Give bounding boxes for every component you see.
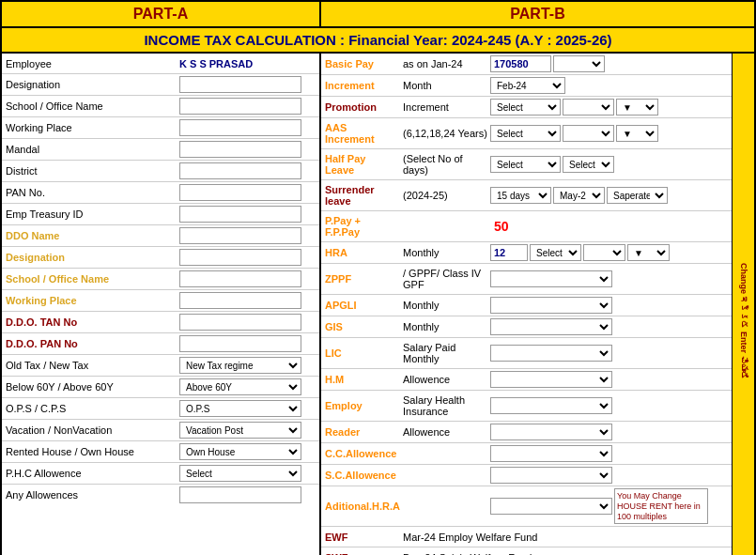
working-place-input[interactable] (179, 119, 301, 136)
employee-value: K S S PRASAD (176, 56, 319, 71)
apgli-label: APGLI (321, 298, 401, 313)
phc-dropdown[interactable]: Select PHC (179, 465, 301, 482)
vacation-dropdown[interactable]: Vacation Post Non Vacation Post (179, 422, 301, 439)
ddo-tan-input[interactable] (179, 314, 301, 331)
zppf-label: ZPPF (321, 271, 401, 286)
ewf-label: EWF (321, 530, 401, 545)
vacation-label: Vacation / NonVacation (2, 423, 176, 438)
hra-dropdown2[interactable] (583, 244, 625, 261)
part-b-header: PART-B (321, 2, 754, 26)
school-office-label: School / Office Name (2, 99, 176, 114)
lic-sublabel: Salary Paid Monthly (401, 340, 490, 366)
promotion-dropdown3[interactable]: ▼ (616, 99, 658, 116)
ddo-pan-input[interactable] (179, 335, 301, 352)
treasury-id-label: Emp Treasury ID (2, 207, 176, 222)
ddo-designation-input[interactable] (179, 249, 301, 266)
promotion-dropdown2[interactable] (563, 99, 614, 116)
promotion-dropdown1[interactable]: Select (490, 99, 561, 116)
half-pay-dropdown1[interactable]: Select (490, 156, 561, 173)
any-allowances-input[interactable] (179, 486, 301, 503)
ddo-designation-label: Designation (2, 250, 176, 265)
hm-label: H.M (321, 372, 401, 387)
lic-label: LIC (321, 346, 401, 361)
apgli-dropdown[interactable] (490, 297, 612, 314)
hra-sublabel: Monthly (401, 245, 490, 260)
pan-input[interactable] (179, 184, 301, 201)
ddo-tan-label: D.D.O. TAN No (2, 315, 176, 330)
ddo-working-input[interactable] (179, 292, 301, 309)
zppf-sublabel: / GPPF/ Class IV GPF (401, 266, 490, 292)
basic-pay-input[interactable] (490, 55, 551, 72)
surrender-label: Surrender leave (321, 182, 401, 208)
sc-label: S.C.Allowence (321, 468, 490, 483)
sc-dropdown[interactable] (490, 467, 612, 484)
age-group-label: Below 60Y / Above 60Y (2, 379, 176, 394)
half-pay-dropdown2[interactable]: Select (563, 156, 614, 173)
designation-input[interactable] (179, 76, 301, 93)
pan-label: PAN No. (2, 185, 176, 200)
employ-dropdown[interactable] (490, 397, 612, 414)
ppay-value: 50 (490, 219, 509, 234)
ahra-label: Aditional.H.R.A (321, 499, 490, 514)
old-new-tax-dropdown[interactable]: New Tax regime Old Tax regime (179, 357, 301, 374)
increment-sublabel: Month (401, 78, 490, 93)
surrender-month-dropdown[interactable]: May-2 (553, 187, 605, 204)
swf-label: SWF (321, 550, 401, 555)
school-office-input[interactable] (179, 98, 301, 115)
increment-month-dropdown[interactable]: Feb-24 Mar-24 (490, 77, 565, 94)
hm-sublabel: Allowence (401, 372, 490, 387)
mandal-label: Mandal (2, 142, 176, 157)
surrender-type-dropdown[interactable]: Saperate (607, 187, 668, 204)
gis-sublabel: Monthly (401, 319, 490, 334)
employ-label: Employ (321, 398, 401, 413)
lic-dropdown[interactable] (490, 345, 612, 362)
aas-sublabel: (6,12,18,24 Years) (401, 126, 490, 141)
promotion-sublabel: Increment (401, 100, 490, 115)
surrender-sublabel: (2024-25) (401, 188, 490, 203)
gis-dropdown[interactable] (490, 318, 612, 335)
ddo-school-input[interactable] (179, 270, 301, 287)
basic-pay-label: Basic Pay (321, 56, 401, 71)
part-a-header: PART-A (2, 2, 321, 26)
half-pay-sublabel: (Select No of days) (401, 151, 490, 177)
ddo-working-label: Working Place (2, 293, 176, 308)
district-label: District (2, 163, 176, 178)
mandal-input[interactable] (179, 141, 301, 158)
treasury-id-input[interactable] (179, 206, 301, 223)
main-title: INCOME TAX CALCULATION : Financial Year:… (2, 28, 754, 54)
basic-pay-sublabel: as on Jan-24 (401, 56, 490, 71)
ddo-name-input[interactable] (179, 227, 301, 244)
reader-dropdown[interactable] (490, 424, 612, 440)
surrender-days-dropdown[interactable]: 15 days 30 days (490, 187, 551, 204)
swf-sublabel: Dec-24 Sainic Welfare Fund (401, 550, 533, 555)
promotion-label: Promotion (321, 100, 401, 115)
zppf-dropdown[interactable] (490, 270, 612, 287)
designation-label: Designation (2, 77, 176, 92)
side-enter-panel[interactable]: Change ఇక్కడ Enter చేయండి (732, 54, 754, 555)
basic-pay-dropdown[interactable] (553, 55, 605, 72)
half-pay-label: Half Pay Leave (321, 151, 401, 177)
aas-dropdown2[interactable] (563, 125, 614, 142)
aas-label: AAS Increment (321, 120, 401, 146)
house-type-label: Rented House / Own House (2, 444, 176, 459)
district-input[interactable] (179, 162, 301, 179)
hra-dropdown1[interactable]: Select (530, 244, 581, 261)
employ-sublabel: Salary Health Insurance (401, 393, 490, 419)
aas-dropdown1[interactable]: Select (490, 125, 561, 142)
gis-label: GIS (321, 319, 401, 334)
aas-dropdown3[interactable]: ▼ (616, 125, 658, 142)
hra-input[interactable] (490, 244, 528, 261)
age-group-dropdown[interactable]: Above 60Y Below 60Y (179, 378, 301, 395)
apgli-sublabel: Monthly (401, 298, 490, 313)
cc-dropdown[interactable] (490, 445, 612, 462)
ops-cps-dropdown[interactable]: O.P.S C.P.S (179, 400, 301, 417)
any-allowances-label: Any Allowences (2, 487, 176, 502)
ppay-sublabel (401, 224, 490, 228)
hm-dropdown[interactable] (490, 371, 612, 388)
ahra-dropdown[interactable] (490, 498, 612, 515)
hra-dropdown3[interactable]: ▼ (627, 244, 670, 261)
house-rent-note: You May Change HOUSE RENT here in 100 mu… (614, 488, 708, 524)
employee-label: Employee (2, 56, 176, 71)
house-type-dropdown[interactable]: Own House Rented House (179, 443, 301, 460)
ddo-school-label: School / Office Name (2, 271, 176, 286)
